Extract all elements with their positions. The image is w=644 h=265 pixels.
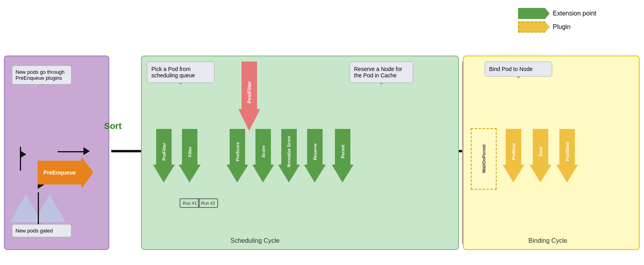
filter-label: Filter	[188, 146, 192, 157]
prebind-wrapper: PreBind	[503, 129, 524, 182]
pick-pod-text: Pick a Pod from scheduling queue	[151, 66, 195, 79]
postbind-label: PostBind	[565, 142, 570, 161]
gated-bubble: New pods gated	[12, 224, 72, 237]
wait-on-permit-box: WaitOnPermit	[471, 128, 497, 190]
reserve-node-bubble: Reserve a Node for the Pod in Cache	[350, 61, 413, 83]
filter-wrapper: Filter	[179, 129, 201, 182]
bind-wrapper: Bind	[530, 129, 551, 182]
run-1-label: Run #1	[183, 201, 197, 205]
legend-green-arrow	[518, 8, 550, 19]
postfilter-label: PostFilter	[247, 81, 252, 103]
legend-plugin-label: Plugin	[553, 23, 571, 31]
bind-pod-bubble: Bind Pod to Node	[485, 61, 552, 77]
arrow-line-1	[58, 151, 85, 152]
legend: Extension point Plugin	[518, 8, 596, 33]
bind-pod-text: Bind Pod to Node	[489, 66, 533, 72]
score-label: Score	[261, 146, 266, 158]
new-pods-text: New pods go through PreEnqueue plugins	[15, 69, 65, 81]
legend-extension-point: Extension point	[518, 8, 596, 19]
binding-cycle-label: Binding Cycle	[528, 237, 567, 244]
new-pods-bubble: New pods go through PreEnqueue plugins	[12, 65, 72, 84]
pick-pod-bubble: Pick a Pod from scheduling queue	[147, 61, 215, 83]
sort-label: Sort	[104, 121, 122, 131]
postbind-wrapper: PostBind	[556, 129, 578, 182]
run-2-label: Run #2	[201, 201, 215, 205]
run-box-2: Run #2	[198, 198, 218, 208]
wait-on-permit-label: WaitOnPermit	[482, 144, 486, 173]
normalize-score-wrapper: Normalize Score	[278, 129, 300, 182]
permit-label: Permit	[340, 145, 345, 158]
preenqueue-arrow-wrapper: PreEnqueue	[38, 157, 93, 188]
prescore-label: PreScore	[235, 142, 240, 161]
reserve-label: Reserve	[313, 143, 317, 160]
legend-extension-point-label: Extension point	[553, 10, 596, 17]
permit-wrapper: Permit	[332, 129, 354, 182]
run-box-1: Run #1	[180, 198, 200, 208]
postfilter-wrapper: PostFilter	[238, 61, 260, 131]
gated-text: New pods gated	[15, 228, 53, 234]
scheduling-cycle-label: Scheduling Cycle	[230, 237, 280, 244]
prescore-wrapper: PreScore	[226, 129, 248, 182]
legend-yellow-arrow	[518, 21, 550, 33]
arrow-small-1	[20, 150, 26, 158]
reserve-wrapper: Reserve	[304, 129, 326, 182]
preenqueue-label: PreEnqueue	[43, 169, 76, 176]
diagram-container: Extension point Plugin New pods go throu…	[0, 0, 644, 265]
score-wrapper: Score	[252, 129, 274, 182]
prefilter-label: PreFilter	[162, 143, 166, 161]
normalize-score-label: Normalize Score	[287, 136, 291, 167]
reserve-node-text: Reserve a Node for the Pod in Cache	[354, 66, 402, 79]
divider-line	[462, 61, 463, 244]
legend-plugin: Plugin	[518, 21, 596, 33]
prebind-label: PreBind	[511, 143, 516, 160]
arrow-head-1	[83, 147, 90, 155]
vert-line-bottom	[38, 192, 39, 228]
prefilter-wrapper: PreFilter	[153, 129, 175, 182]
bind-label: Bind	[538, 147, 543, 156]
